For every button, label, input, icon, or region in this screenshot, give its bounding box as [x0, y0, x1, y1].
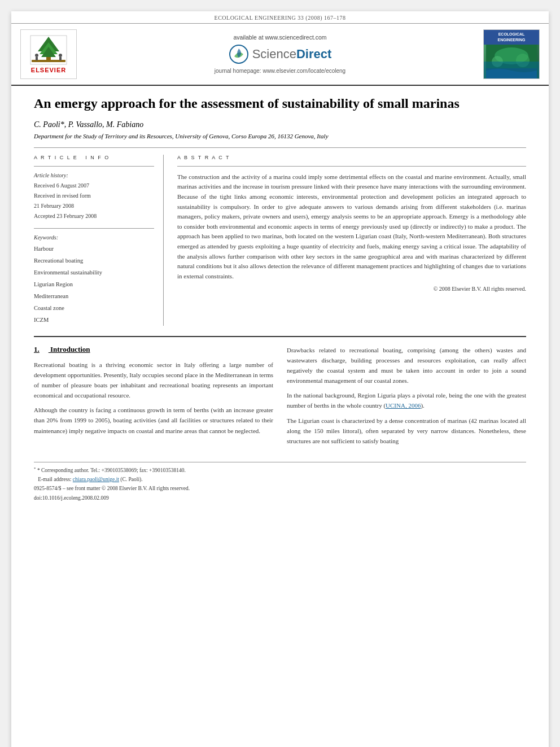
svg-point-7 — [59, 54, 62, 57]
intro-paragraph-1: Recreational boating is a thriving econo… — [34, 360, 273, 401]
section-1-title-text: Introduction — [50, 345, 90, 353]
elsevier-label: ELSEVIER — [31, 67, 66, 73]
body-divider — [34, 336, 526, 337]
svg-point-5 — [35, 54, 38, 57]
section-1-number: 1. — [34, 345, 40, 353]
divider-keywords — [34, 228, 154, 229]
elsevier-tree-icon — [29, 34, 68, 65]
article-title: An emergy approach for the assessment of… — [34, 95, 526, 112]
svg-rect-15 — [486, 68, 537, 78]
footnote-area: * * Corresponding author. Tel.: +3901035… — [34, 462, 526, 503]
body-right-col: Drawbacks related to recreational boatin… — [287, 345, 526, 451]
date-received: Received 6 August 2007 — [34, 182, 89, 189]
journal-homepage: journal homepage: www.elsevier.com/locat… — [215, 68, 345, 74]
keywords-list: Harbour Recreational boating Environment… — [34, 243, 154, 326]
date-revised: 21 February 2008 — [34, 203, 74, 209]
available-text: available at www.sciencedirect.com — [233, 34, 326, 41]
article-dates: Received 6 August 2007 Received in revis… — [34, 181, 154, 221]
elsevier-logo: ELSEVIER — [20, 29, 77, 79]
email-label: E-mail address: — [38, 477, 73, 482]
intro-paragraph-2: Although the country is facing a continu… — [34, 405, 273, 435]
intro-paragraph-5: The Ligurian coast is characterized by a… — [287, 416, 526, 446]
affiliation: Department for the Study of Territory an… — [34, 133, 526, 139]
svg-rect-8 — [59, 57, 62, 60]
section-1-title: 1. Introduction — [34, 345, 273, 354]
keyword-6: Coastal zone — [34, 305, 64, 311]
keyword-3: Environmental sustainability — [34, 269, 102, 276]
sciencedirect-logo: ScienceDirect — [229, 44, 332, 64]
sciencedirect-icon — [229, 44, 249, 64]
keyword-2: Recreational boating — [34, 257, 83, 264]
divider-abstract — [177, 166, 526, 167]
article-history-label: Article history: — [34, 172, 154, 178]
footnote-email: E-mail address: chiara.paoli@unige.it (C… — [34, 475, 526, 484]
info-abstract-section: A R T I C L E I N F O Article history: R… — [34, 155, 526, 326]
body-section: 1. Introduction Recreational boating is … — [34, 345, 526, 451]
journal-logo-line1: ECOLOGICAL — [498, 32, 525, 36]
page: ECOLOGICAL ENGINEERING 33 (2008) 167–178 — [11, 11, 549, 747]
keyword-7: ICZM — [34, 317, 49, 323]
journal-citation: ECOLOGICAL ENGINEERING 33 (2008) 167–178 — [215, 15, 346, 21]
keywords-label: Keywords: — [34, 234, 154, 241]
svg-rect-6 — [36, 57, 38, 60]
keyword-1: Harbour — [34, 246, 54, 252]
sd-direct: Direct — [296, 47, 331, 61]
main-content: An emergy approach for the assessment of… — [11, 86, 549, 512]
footnote-doi: doi:10.1016/j.ecoleng.2008.02.009 — [34, 493, 526, 503]
journal-logo-line2: ENGINEERING — [497, 38, 525, 42]
header-section: ELSEVIER available at www.sciencedirect.… — [11, 24, 549, 86]
intro-paragraph-3: Drawbacks related to recreational boatin… — [287, 345, 526, 386]
keyword-4: Ligurian Region — [34, 281, 73, 287]
email-author: (C. Paoli). — [119, 477, 143, 482]
svg-point-14 — [516, 54, 530, 67]
copyright: © 2008 Elsevier B.V. All rights reserved… — [177, 286, 526, 292]
keyword-5: Mediterranean — [34, 293, 68, 299]
abstract-section-label: A B S T R A C T — [177, 155, 526, 160]
corresponding-author-text: * Corresponding author. Tel.: +390103538… — [37, 468, 186, 473]
keywords-section: Keywords: Harbour Recreational boating E… — [34, 234, 154, 326]
authors: C. Paoli*, P. Vassallo, M. Fabiano — [34, 120, 526, 129]
date-revised-label: Received in revised form — [34, 193, 91, 199]
divider-1 — [34, 147, 526, 148]
email-link[interactable]: chiara.paoli@unige.it — [73, 477, 119, 482]
authors-text: C. Paoli*, P. Vassallo, M. Fabiano — [34, 120, 143, 129]
footnote-asterisk: * — [34, 466, 36, 471]
article-info-section-label: A R T I C L E I N F O — [34, 155, 154, 160]
header-center: available at www.sciencedirect.com Scien… — [82, 29, 478, 79]
sd-science: Science — [252, 47, 296, 61]
right-column: A B S T R A C T The construction and the… — [177, 155, 526, 326]
sciencedirect-text: ScienceDirect — [252, 47, 332, 62]
footnote-corresponding: * * Corresponding author. Tel.: +3901035… — [34, 466, 526, 475]
date-accepted: Accepted 23 February 2008 — [34, 213, 97, 219]
left-column: A R T I C L E I N F O Article history: R… — [34, 155, 164, 326]
abstract-text: The construction and the activity of a m… — [177, 172, 526, 282]
journal-header: ECOLOGICAL ENGINEERING 33 (2008) 167–178 — [11, 11, 549, 24]
body-left-col: 1. Introduction Recreational boating is … — [34, 345, 273, 451]
journal-logo: ECOLOGICAL ENGINEERING — [483, 29, 540, 79]
footnote-issn: 0925-8574/$ – see front matter © 2008 El… — [34, 484, 526, 493]
ucina-citation[interactable]: UCINA, 2006 — [386, 402, 421, 409]
journal-logo-text: ECOLOGICAL ENGINEERING — [484, 30, 539, 45]
intro-paragraph-4: In the national background, Region Ligur… — [287, 390, 526, 410]
divider-article-info — [34, 166, 154, 167]
journal-logo-image — [484, 45, 539, 78]
svg-point-13 — [492, 56, 503, 67]
